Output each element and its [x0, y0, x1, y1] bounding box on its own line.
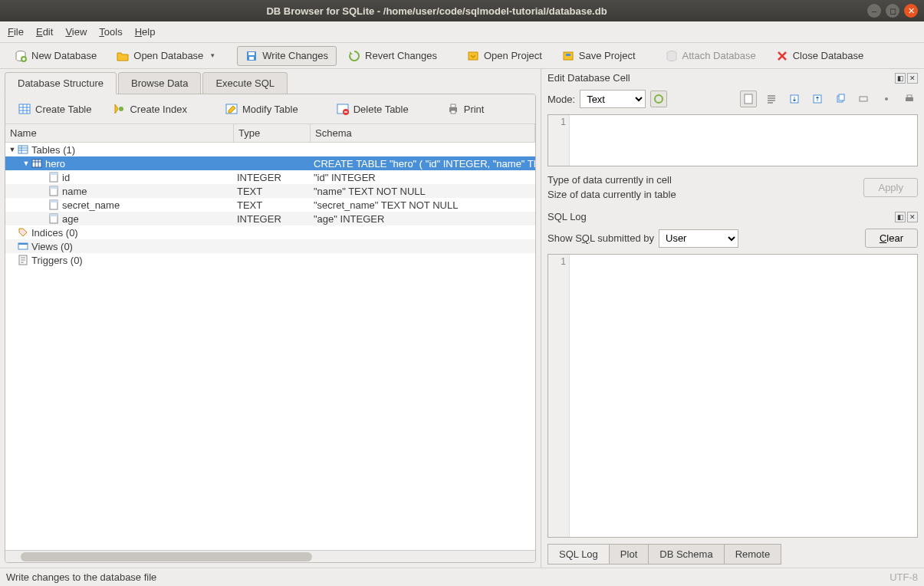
svg-rect-35	[839, 94, 844, 100]
cell-type-info: Type of data currently in cell	[541, 173, 863, 187]
panel-close-icon[interactable]: ✕	[907, 73, 918, 84]
tree-row-col-age[interactable]: age INTEGER"age" INTEGER	[5, 212, 535, 226]
tree-row-indices[interactable]: Indices (0)	[5, 226, 535, 239]
column-icon	[48, 199, 59, 210]
panel-float-icon[interactable]: ◧	[895, 212, 906, 222]
tab-execute-sql[interactable]: Execute SQL	[202, 72, 288, 94]
col-header-schema[interactable]: Schema	[311, 124, 535, 142]
maximize-button[interactable]: ◻	[886, 4, 899, 18]
open-project-icon	[467, 50, 479, 62]
apply-button: Apply	[863, 178, 918, 197]
chevron-down-icon: ▼	[209, 52, 215, 59]
tree-body[interactable]: ▼ Tables (1) ▼ hero CREATE TABLE "hero" …	[5, 143, 535, 550]
table-icon	[18, 103, 31, 115]
sql-source-select[interactable]: User	[659, 229, 738, 248]
view-icon	[18, 241, 28, 252]
svg-point-37	[885, 97, 888, 100]
svg-rect-15	[451, 104, 455, 107]
expander-icon[interactable]: ▼	[7, 146, 18, 153]
clear-button[interactable]: Clear	[865, 229, 918, 248]
lines-icon	[766, 94, 777, 104]
modify-table-button[interactable]: Modify Table	[217, 99, 307, 119]
copy-button[interactable]	[832, 91, 849, 107]
status-message: Write changes to the database file	[6, 571, 156, 583]
status-bar: Write changes to the database file UTF-8	[0, 568, 924, 586]
menu-view[interactable]: View	[65, 26, 87, 38]
open-project-button[interactable]: Open Project	[459, 46, 551, 66]
tree-row-col-name[interactable]: name TEXT"name" TEXT NOT NULL	[5, 184, 535, 198]
import-button[interactable]	[786, 91, 803, 107]
minimize-button[interactable]: –	[867, 4, 881, 18]
left-tabs: Database Structure Browse Data Execute S…	[0, 69, 541, 94]
edit-cell-titlebar: Edit Database Cell ◧ ✕	[541, 69, 924, 87]
mode-select[interactable]: Text	[580, 90, 646, 108]
tab-database-structure[interactable]: Database Structure	[5, 72, 117, 94]
svg-rect-24	[50, 200, 58, 202]
index-icon	[113, 103, 125, 115]
svg-rect-39	[907, 95, 912, 97]
column-icon	[48, 172, 59, 183]
attach-database-button: Attach Database	[657, 46, 765, 66]
close-window-button[interactable]: ✕	[904, 4, 918, 18]
svg-rect-38	[906, 97, 913, 101]
col-header-name[interactable]: Name	[5, 124, 234, 142]
status-encoding: UTF-8	[889, 571, 918, 583]
panel-float-icon[interactable]: ◧	[895, 73, 906, 84]
null-button[interactable]	[855, 91, 872, 107]
menu-tools[interactable]: Tools	[99, 26, 122, 38]
import-icon	[789, 94, 800, 104]
sql-log-editor[interactable]: 1	[547, 254, 918, 538]
create-table-button[interactable]: Create Table	[10, 99, 100, 119]
tree-row-tables[interactable]: ▼ Tables (1)	[5, 143, 535, 156]
close-database-button[interactable]: Close Database	[768, 46, 873, 66]
format-button[interactable]	[650, 91, 667, 107]
menu-help[interactable]: Help	[135, 26, 156, 38]
expander-icon[interactable]: ▼	[21, 160, 31, 167]
text-view-button[interactable]	[740, 91, 757, 107]
main-toolbar: New Database Open Database ▼ Write Chang…	[0, 43, 924, 69]
delete-table-button[interactable]: Delete Table	[328, 99, 417, 119]
cell-editor[interactable]: 1	[547, 114, 918, 166]
cell-editor-text[interactable]	[570, 115, 917, 166]
col-header-type[interactable]: Type	[234, 124, 311, 142]
clear-cell-button[interactable]	[878, 91, 895, 107]
svg-rect-9	[19, 104, 30, 114]
right-bottom-tabs: SQL Log Plot DB Schema Remote	[541, 541, 924, 568]
tree-row-col-id[interactable]: id INTEGER"id" INTEGER	[5, 170, 535, 184]
tree-row-triggers[interactable]: Triggers (0)	[5, 253, 535, 267]
svg-rect-4	[249, 57, 254, 60]
tab-browse-data[interactable]: Browse Data	[118, 72, 201, 94]
bottom-tab-db-schema[interactable]: DB Schema	[649, 544, 724, 565]
page-icon	[743, 94, 754, 104]
cell-editor-gutter: 1	[548, 115, 570, 166]
title-bar: DB Browser for SQLite - /home/user/code/…	[0, 0, 924, 21]
new-db-icon	[15, 50, 27, 62]
sql-log-title: SQL Log	[547, 211, 893, 222]
print-cell-button[interactable]	[901, 91, 918, 107]
open-db-icon	[117, 50, 129, 62]
svg-rect-22	[50, 186, 58, 189]
sql-log-text[interactable]	[570, 255, 917, 537]
table-group-icon	[18, 144, 28, 155]
new-database-button[interactable]: New Database	[6, 46, 105, 66]
write-changes-button[interactable]: Write Changes	[237, 46, 337, 66]
menu-edit[interactable]: Edit	[36, 26, 53, 38]
tree-row-views[interactable]: Views (0)	[5, 239, 535, 253]
bottom-tab-sql-log[interactable]: SQL Log	[547, 544, 610, 565]
panel-close-icon[interactable]: ✕	[907, 212, 918, 222]
justify-button[interactable]	[763, 91, 780, 107]
bottom-tab-plot[interactable]: Plot	[610, 544, 649, 565]
open-database-button[interactable]: Open Database ▼	[108, 46, 224, 66]
bottom-tab-remote[interactable]: Remote	[725, 544, 782, 565]
revert-changes-button[interactable]: Revert Changes	[340, 46, 446, 66]
tree-row-hero[interactable]: ▼ hero CREATE TABLE "hero" ( "id" INTEGE…	[5, 156, 535, 170]
menu-file[interactable]: File	[8, 26, 24, 38]
export-button[interactable]	[809, 91, 826, 107]
tree-row-col-secret[interactable]: secret_name TEXT"secret_name" TEXT NOT N…	[5, 198, 535, 212]
print-button[interactable]: Print	[439, 99, 493, 119]
save-project-button[interactable]: Save Project	[554, 46, 644, 66]
create-index-button[interactable]: Create Index	[104, 99, 195, 119]
horizontal-scrollbar[interactable]	[5, 550, 535, 562]
close-db-icon	[776, 50, 788, 62]
svg-rect-3	[248, 52, 255, 55]
